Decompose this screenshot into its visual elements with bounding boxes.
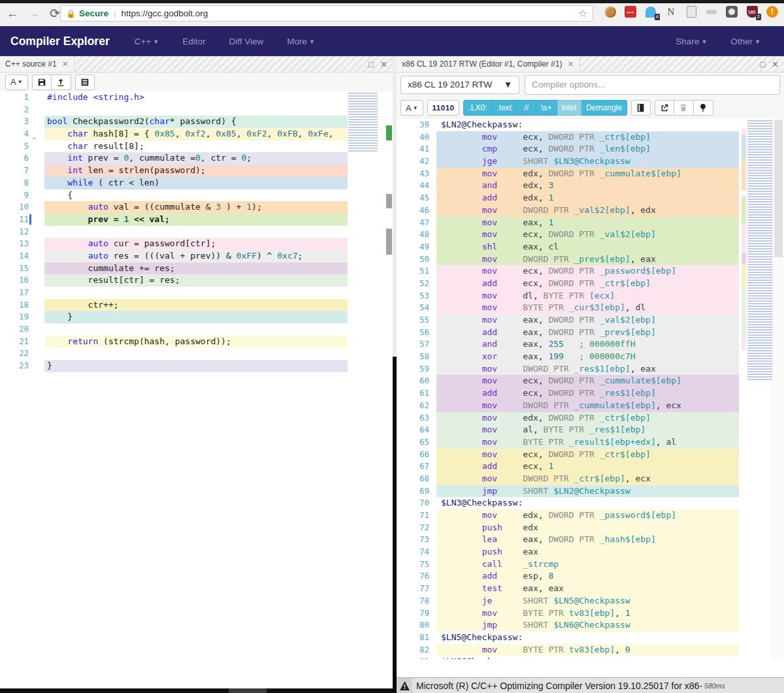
line-number: 46 [397,204,429,217]
filter-button-text[interactable]: .text [492,100,517,116]
maximize-pane-icon[interactable]: □ [760,59,765,69]
horizontal-scrollbar[interactable] [0,688,393,693]
address-bar[interactable]: 🔒 Secure | https://gcc.godbolt.org ☆ [60,5,593,22]
nav-item-c-[interactable]: C++▼ [135,37,159,46]
filter-button-intel[interactable]: Intel [557,100,582,116]
close-pane-icon[interactable]: ✕ [380,59,387,69]
forward-button-icon[interactable]: → [28,7,41,21]
navbar-menu-right: Share▼Other▼ [676,37,784,46]
line-number: 57 [397,338,429,351]
filter-button-[interactable]: // [517,100,536,116]
code-line: 42 jge SHORT $LN3@Checkpassw [397,155,784,168]
source-minimap[interactable] [348,93,378,153]
filter-button-s[interactable]: \s+ [536,100,557,116]
libraries-button[interactable] [631,100,651,116]
source-tab-close-icon[interactable]: ✕ [62,59,69,69]
load-button[interactable] [52,74,71,90]
line-number: 22 [0,347,29,360]
warning-button[interactable] [397,678,412,693]
line-number: 78 [397,595,429,607]
font-size-button[interactable]: A▼ [400,100,423,116]
nav-item-more[interactable]: More▼ [287,37,315,46]
ghost-extension-icon[interactable]: 4 [644,5,657,18]
maximize-pane-icon[interactable]: □ [368,59,374,69]
cookie-extension-icon[interactable] [604,5,617,18]
nav-item-share[interactable]: Share▼ [676,37,707,46]
compiler-tab[interactable]: x86 CL 19 2017 RTW (Editor #1, Compiler … [397,56,580,72]
warning-icon [400,681,410,690]
code-line: 48 mov ecx, DWORD PTR _val$2[ebp] [397,229,784,241]
save-button[interactable] [32,74,52,90]
document-extension-icon[interactable] [685,5,698,18]
overview-ruler[interactable] [378,91,393,670]
source-tab[interactable]: C++ source #1 ✕ [0,56,74,72]
line-number: 10 [0,201,29,214]
line-number: 40 [397,131,429,144]
line-content: mov BYTE PTR tv83[ebp], 1 [436,607,739,620]
line-number: 51 [397,265,429,278]
asm-editor[interactable]: 39$LN2@Checkpassw:40 mov ecx, DWORD PTR … [397,119,784,659]
alert-extension-icon[interactable]: ! [766,5,779,18]
code-line: 55 mov eax, DWORD PTR _val$2[ebp] [397,314,784,327]
code-line: 61 add ecx, DWORD PTR _res$1[ebp] [397,387,784,400]
line-number: 4 [0,128,29,140]
line-number: 23 [0,360,29,372]
template-button[interactable] [75,74,95,90]
code-line: 5 char result[8]; [0,140,393,153]
font-size-button[interactable]: A▼ [5,74,28,90]
password-manager-extension-icon[interactable]: ••• [624,5,637,18]
compiler-tab-close-icon[interactable]: ✕ [567,59,574,69]
binary-toggle-button[interactable]: 11010 [427,100,460,116]
back-button-icon[interactable]: ← [7,7,19,21]
list-icon [80,78,90,87]
line-number: 73 [397,534,429,546]
chevron-down-icon: ▼ [504,80,512,89]
line-number: 55 [397,314,429,327]
notion-extension-icon[interactable]: N [664,5,678,18]
site-brand[interactable]: Compiler Explorer [10,35,110,48]
filter-button-demangle[interactable]: Demangle [581,100,627,116]
pill-extension-icon[interactable] [705,5,718,18]
line-number: 18 [0,299,29,312]
code-line: 63 mov edx, DWORD PTR _ctr$[ebp] [397,412,784,425]
ideas-button[interactable] [694,100,713,116]
code-line: 12 [0,226,393,238]
compiler-explorer-window: ← → ⟳ 🔒 Secure | https://gcc.godbolt.org… [0,0,784,693]
line-content: je SHORT $LN5@Checkpassw [436,595,739,607]
line-content: while ( ctr < len) [44,177,348,189]
line-content: mov edx, DWORD PTR _ctr$[ebp] [436,412,739,425]
asm-minimap[interactable] [742,120,773,381]
trash-icon [679,103,688,112]
line-number: 41 [397,143,429,155]
compiler-picker[interactable]: x86 CL 19 2017 RTW▼ [400,76,519,94]
delete-button[interactable] [674,100,694,116]
dark-extension-icon[interactable] [725,5,738,18]
line-content: and edx, 3 [436,180,739,192]
code-line: 64 mov al, BYTE PTR _res$1[ebp] [397,424,784,436]
close-pane-icon[interactable]: ✕ [772,59,779,69]
compiler-options-input[interactable] [525,75,780,95]
code-line: 40 mov ecx, DWORD PTR _ctr$[ebp] [397,131,784,144]
line-content: add eax, DWORD PTR _prev$[ebp] [436,327,739,339]
scrollbar-thumb[interactable] [229,688,267,693]
reload-button-icon[interactable]: ⟳ [50,6,60,21]
asm-scrollbar[interactable] [772,119,784,659]
line-number: 67 [397,460,429,473]
nav-item-editor[interactable]: Editor [182,37,205,46]
code-line: 80 jmp SHORT $LN6@Checkpassw [397,619,784,632]
compiler-tabbar: x86 CL 19 2017 RTW (Editor #1, Compiler … [397,56,784,73]
code-line: 74 push eax [397,546,784,558]
asm-scrollbar-thumb[interactable] [774,120,783,257]
line-number: 20 [0,323,29,336]
line-content: mov BYTE PTR _cur$3[ebp], dl [436,302,739,314]
code-line: 51 mov ecx, DWORD PTR _password$[ebp] [397,265,784,278]
filter-button-lx0[interactable]: .LX0: [463,100,492,116]
shield-extension-icon[interactable]: UO 2 [745,5,759,18]
open-external-button[interactable] [655,100,674,116]
nav-item-other[interactable]: Other▼ [730,37,760,46]
nav-item-diff-view[interactable]: Diff View [229,37,263,46]
bookmark-star-icon[interactable]: ☆ [578,7,587,20]
source-editor[interactable]: 1#include <string.h>23bool Checkpassword… [0,91,393,670]
fold-chevron-icon[interactable]: ⌃ [32,135,37,147]
line-number: 9 [0,189,29,202]
